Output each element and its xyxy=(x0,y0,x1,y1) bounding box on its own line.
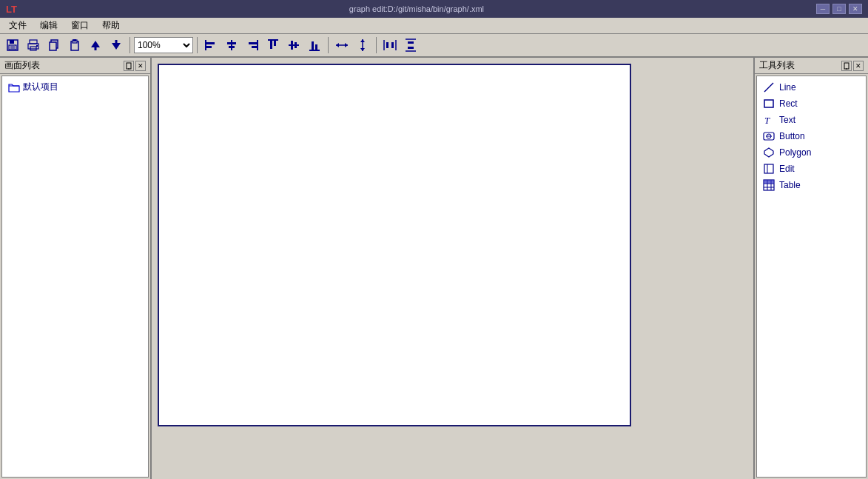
align-top-button[interactable] xyxy=(263,36,283,55)
left-panel-content: 默认项目 xyxy=(1,76,149,478)
copy-button[interactable] xyxy=(44,36,64,55)
svg-marker-38 xyxy=(345,43,348,47)
folder-svg-icon xyxy=(8,82,20,93)
print-button[interactable] xyxy=(24,36,43,55)
right-panel-close-button[interactable]: ✕ xyxy=(853,61,864,71)
toolbar-separator-4 xyxy=(376,37,377,53)
maximize-button[interactable]: □ xyxy=(832,4,846,14)
align-center-h-icon xyxy=(225,38,238,52)
move-up-button[interactable] xyxy=(86,36,105,55)
svg-rect-29 xyxy=(274,40,276,46)
save-icon xyxy=(6,38,19,52)
svg-marker-14 xyxy=(91,41,100,47)
zoom-select[interactable]: 50% 75% 100% 125% 150% 200% xyxy=(134,37,193,53)
align-bottom-icon xyxy=(308,38,321,52)
tool-line-label: Line xyxy=(779,82,796,93)
svg-rect-8 xyxy=(36,45,38,47)
svg-rect-22 xyxy=(227,42,236,44)
distribute-h-icon xyxy=(383,38,397,52)
resize-width-icon xyxy=(335,38,349,52)
drawing-canvas[interactable] xyxy=(158,64,631,426)
align-right-edge-button[interactable] xyxy=(243,36,262,55)
resize-height-button[interactable] xyxy=(353,36,372,55)
distribute-h-button[interactable] xyxy=(380,36,400,55)
distribute-v-button[interactable] xyxy=(401,36,420,55)
svg-marker-60 xyxy=(764,148,773,157)
folder-icon xyxy=(8,82,20,93)
right-panel-pin-button[interactable] xyxy=(841,61,852,71)
up-arrow-icon xyxy=(89,38,102,52)
button-tool-icon xyxy=(763,130,775,142)
save-button[interactable] xyxy=(3,36,22,55)
svg-rect-32 xyxy=(295,42,297,48)
app-logo: LT xyxy=(6,4,17,15)
svg-marker-41 xyxy=(360,48,365,51)
menu-file[interactable]: 文件 xyxy=(3,18,33,33)
rect-tool-icon xyxy=(763,98,775,110)
main-layout: 画面列表 ✕ 默认项目 xyxy=(0,58,868,479)
close-button[interactable]: ✕ xyxy=(849,4,862,14)
left-panel-close-button[interactable]: ✕ xyxy=(135,61,146,71)
left-panel-controls: ✕ xyxy=(124,61,146,71)
align-top-icon xyxy=(266,38,280,52)
tool-table[interactable]: Table xyxy=(760,177,863,193)
move-down-button[interactable] xyxy=(107,36,126,55)
table-tool-icon xyxy=(763,179,775,191)
window-controls: ─ □ ✕ xyxy=(816,4,862,14)
align-center-v-icon xyxy=(287,38,300,52)
resize-width-button[interactable] xyxy=(332,36,351,55)
tool-rect-label: Rect xyxy=(779,98,798,109)
menu-edit[interactable]: 编辑 xyxy=(34,18,64,33)
tree-root-label: 默认项目 xyxy=(23,81,58,93)
svg-rect-49 xyxy=(408,47,414,49)
toolbar-separator-3 xyxy=(328,37,329,53)
tool-edit-label: Edit xyxy=(779,164,795,174)
svg-rect-28 xyxy=(270,40,272,49)
title-bar: LT graph edit:D:/git/misha/bin/graph/.xm… xyxy=(0,0,868,18)
menu-help[interactable]: 帮助 xyxy=(96,18,126,33)
left-panel-header: 画面列表 ✕ xyxy=(0,58,150,74)
svg-marker-16 xyxy=(112,43,121,50)
pin-icon-right xyxy=(843,62,850,70)
minimize-button[interactable]: ─ xyxy=(816,4,830,14)
tool-rect[interactable]: Rect xyxy=(760,96,863,112)
pin-icon xyxy=(125,62,132,70)
svg-rect-44 xyxy=(386,42,388,48)
svg-rect-20 xyxy=(206,46,212,48)
tool-edit[interactable]: Edit xyxy=(760,161,863,177)
left-panel-pin-button[interactable] xyxy=(124,61,134,71)
align-center-v-button[interactable] xyxy=(284,36,303,55)
svg-rect-52 xyxy=(844,63,849,69)
svg-rect-45 xyxy=(391,42,394,48)
distribute-v-icon xyxy=(404,38,417,52)
toolbar: 50% 75% 100% 125% 150% 200% xyxy=(0,34,868,58)
toolbar-separator-1 xyxy=(129,37,130,53)
menu-window[interactable]: 窗口 xyxy=(65,18,95,33)
svg-rect-23 xyxy=(229,46,235,48)
svg-text:T: T xyxy=(764,115,770,126)
text-tool-icon: T xyxy=(763,114,775,126)
tool-polygon-label: Polygon xyxy=(779,147,811,158)
tool-text[interactable]: T Text xyxy=(760,112,863,128)
align-right-edge-icon xyxy=(246,38,259,52)
svg-rect-25 xyxy=(249,42,258,44)
align-left-edge-button[interactable] xyxy=(201,36,221,55)
align-left-edge-icon xyxy=(204,38,218,52)
tool-polygon[interactable]: Polygon xyxy=(760,144,863,161)
tool-button[interactable]: Button xyxy=(760,128,863,144)
svg-rect-1 xyxy=(10,40,14,44)
tree-root-item[interactable]: 默认项目 xyxy=(5,79,145,95)
paste-button[interactable] xyxy=(65,36,84,55)
svg-rect-34 xyxy=(312,41,314,50)
svg-rect-10 xyxy=(50,42,56,50)
align-center-h-button[interactable] xyxy=(222,36,241,55)
svg-line-54 xyxy=(764,83,773,92)
svg-marker-37 xyxy=(336,43,339,47)
align-bottom-button[interactable] xyxy=(305,36,324,55)
right-panel-header: 工具列表 ✕ xyxy=(755,58,868,74)
left-panel-title: 画面列表 xyxy=(4,59,40,72)
right-panel-controls: ✕ xyxy=(841,61,864,71)
tool-line[interactable]: Line xyxy=(760,79,863,96)
canvas-area[interactable] xyxy=(152,58,753,479)
svg-marker-40 xyxy=(360,39,365,42)
